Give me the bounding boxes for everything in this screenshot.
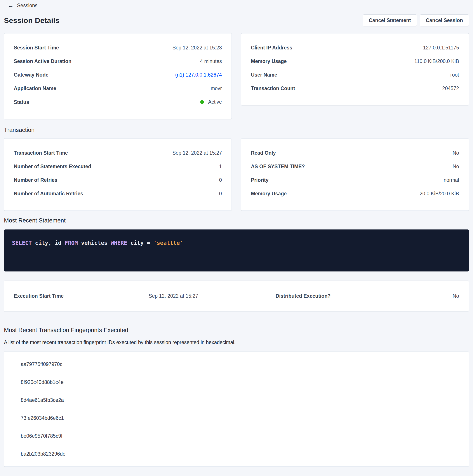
cancel-session-button[interactable]: Cancel Session [420,15,469,26]
status-row: Status Active [14,99,222,105]
priority-value: normal [444,177,459,183]
fingerprint-item: 8f920c40d88b1c4e [21,379,459,385]
status-value: Active [208,99,222,105]
transaction-memory-usage-row: Memory Usage 20.0 KiB/20.0 KiB [251,190,459,197]
client-ip-value: 127.0.0.1:51175 [423,44,459,51]
read-only-label: Read Only [251,150,276,156]
gateway-node-label: Gateway Node [14,71,49,78]
session-active-duration-value: 4 minutes [200,58,222,65]
sql-statement-block: SELECT city, id FROM vehicles WHERE city… [4,229,469,272]
fingerprints-description: A list of the most recent transaction fi… [4,339,469,345]
as-of-system-time-row: AS OF SYSTEM TIME? No [251,163,459,170]
as-of-system-time-label: AS OF SYSTEM TIME? [251,163,305,170]
breadcrumb-label: Sessions [17,2,37,9]
page-header: Session Details Cancel Statement Cancel … [4,15,469,26]
memory-usage-value: 110.0 KiB/200.0 KiB [414,58,459,65]
sql-text: vehicles [78,240,111,246]
fingerprint-item: 8d4ae61a5fb3ce2a [21,397,459,403]
retries-value: 0 [219,177,222,183]
back-arrow-icon: ← [8,3,14,8]
application-name-value: movr [211,85,222,92]
session-start-time-row: Session Start Time Sep 12, 2022 at 15:23 [14,44,222,51]
sql-keyword: SELECT [12,240,32,246]
status-label: Status [14,99,29,105]
application-name-row: Application Name movr [14,85,222,92]
priority-label: Priority [251,177,269,183]
execution-start-time-label: Execution Start Time [14,293,149,299]
transaction-start-time-row: Transaction Start Time Sep 12, 2022 at 1… [14,150,222,156]
gateway-node-row: Gateway Node (n1) 127.0.0.1:62674 [14,71,222,78]
client-info-card: Client IP Address 127.0.0.1:51175 Memory… [241,33,469,105]
cancel-statement-button[interactable]: Cancel Statement [363,15,417,26]
session-summary-cards: Session Start Time Sep 12, 2022 at 15:23… [4,33,469,119]
distributed-execution-value: No [396,293,459,299]
fingerprints-section-heading: Most Recent Transaction Fingerprints Exe… [4,327,469,334]
read-only-row: Read Only No [251,150,459,156]
transaction-start-time-value: Sep 12, 2022 at 15:27 [172,150,222,156]
status-badge: Active [200,99,222,105]
transaction-props-card: Read Only No AS OF SYSTEM TIME? No Prior… [241,138,469,211]
transaction-cards: Transaction Start Time Sep 12, 2022 at 1… [4,138,469,211]
automatic-retries-value: 0 [219,190,222,197]
statements-executed-row: Number of Statements Executed 1 [14,163,222,170]
fingerprint-item: be06e9570f785c9f [21,433,459,439]
user-name-label: User Name [251,71,277,78]
statements-executed-value: 1 [219,163,222,170]
fingerprint-item: 73fe26034bd6e6c1 [21,415,459,421]
page-title: Session Details [4,16,59,25]
transaction-start-time-label: Transaction Start Time [14,150,68,156]
session-active-duration-label: Session Active Duration [14,58,71,65]
gateway-node-link[interactable]: (n1) 127.0.0.1:62674 [175,71,222,78]
transaction-memory-usage-label: Memory Usage [251,190,287,197]
transaction-memory-usage-value: 20.0 KiB/20.0 KiB [420,190,459,197]
retries-row: Number of Retries 0 [14,177,222,183]
transaction-info-card: Transaction Start Time Sep 12, 2022 at 1… [4,138,232,211]
sql-keyword: FROM [65,240,78,246]
execution-start-time-value: Sep 12, 2022 at 15:27 [149,293,276,299]
transaction-section-heading: Transaction [4,126,469,134]
status-dot-icon [200,100,204,104]
sql-text: city, id [32,240,65,246]
sql-text: city = [127,240,153,246]
priority-row: Priority normal [251,177,459,183]
session-details-page: ← Sessions Session Details Cancel Statem… [0,0,473,467]
user-name-row: User Name root [251,71,459,78]
distributed-execution-label: Distributed Execution? [276,293,396,299]
breadcrumb[interactable]: ← Sessions [4,0,37,9]
client-ip-label: Client IP Address [251,44,292,51]
memory-usage-label: Memory Usage [251,58,287,65]
automatic-retries-row: Number of Automatic Retries 0 [14,190,222,197]
memory-usage-row: Memory Usage 110.0 KiB/200.0 KiB [251,58,459,65]
statement-section-heading: Most Recent Statement [4,217,469,224]
sql-string-literal: 'seattle' [153,240,183,246]
execution-card: Execution Start Time Sep 12, 2022 at 15:… [4,281,469,311]
header-actions: Cancel Statement Cancel Session [363,15,469,26]
read-only-value: No [453,150,459,156]
fingerprint-item: ba2b203b823296de [21,451,459,457]
transaction-count-row: Transaction Count 204572 [251,85,459,92]
user-name-value: root [450,71,459,78]
automatic-retries-label: Number of Automatic Retries [14,190,83,197]
session-start-time-value: Sep 12, 2022 at 15:23 [172,44,222,51]
session-active-duration-row: Session Active Duration 4 minutes [14,58,222,65]
retries-label: Number of Retries [14,177,57,183]
fingerprint-item: aa79775ff097970c [21,361,459,368]
application-name-label: Application Name [14,85,56,92]
session-info-card: Session Start Time Sep 12, 2022 at 15:23… [4,33,232,119]
statements-executed-label: Number of Statements Executed [14,163,91,170]
sql-keyword: WHERE [111,240,127,246]
session-start-time-label: Session Start Time [14,44,59,51]
fingerprints-card: aa79775ff097970c 8f920c40d88b1c4e 8d4ae6… [4,352,469,467]
transaction-count-label: Transaction Count [251,85,295,92]
client-ip-row: Client IP Address 127.0.0.1:51175 [251,44,459,51]
as-of-system-time-value: No [453,163,459,170]
transaction-count-value: 204572 [442,85,459,92]
